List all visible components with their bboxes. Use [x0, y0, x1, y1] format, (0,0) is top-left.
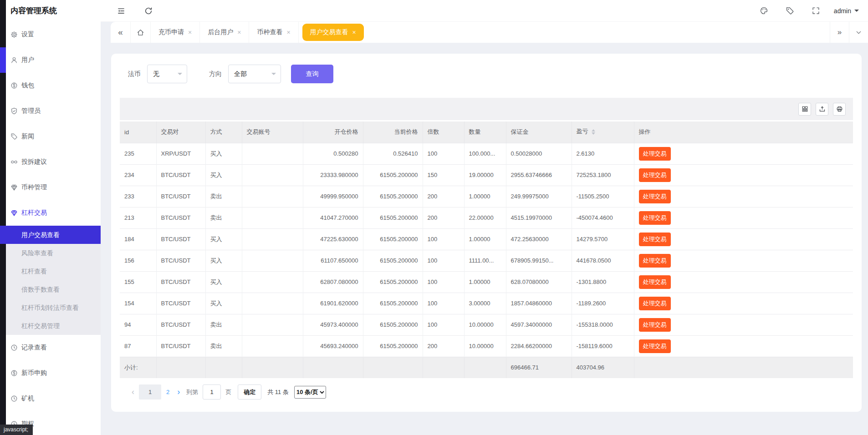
- cell: 45973.400000: [303, 314, 363, 335]
- fullscreen-icon[interactable]: [812, 6, 820, 15]
- theme-palette-icon[interactable]: [760, 6, 768, 15]
- export-button[interactable]: [816, 103, 828, 116]
- tab-0[interactable]: 充币申请×: [151, 22, 200, 43]
- close-icon[interactable]: ×: [352, 29, 356, 36]
- cell: 61505.200000: [363, 250, 423, 271]
- sidebar-item-1[interactable]: 用户: [6, 47, 101, 73]
- sidebar-item-label: 管理员: [21, 107, 41, 115]
- process-trade-button[interactable]: 处理交易: [639, 297, 671, 310]
- table-row: 156BTC/USDT买入61107.65000061505.200000100…: [120, 250, 853, 271]
- column-header-label: 交易对: [161, 128, 179, 135]
- sort-icon[interactable]: [592, 127, 595, 137]
- sidebar-item-10[interactable]: 矿机: [6, 386, 101, 411]
- footer-cell: 小计:: [120, 357, 156, 378]
- tag-icon: [10, 133, 18, 140]
- cell: 买入: [205, 143, 242, 164]
- print-button[interactable]: [833, 103, 846, 116]
- refresh-icon[interactable]: [144, 7, 153, 15]
- sidebar-subitem-3[interactable]: 倍数手数查看: [6, 280, 101, 298]
- sidebar-item-3[interactable]: 管理员: [6, 98, 101, 124]
- process-trade-button[interactable]: 处理交易: [639, 254, 671, 268]
- sidebar: 内容管理系统 设置用户钱包管理员新闻投拆建议币种管理杠杆交易用户交易查看风险率查…: [0, 0, 101, 435]
- sidebar-item-5[interactable]: 投拆建议: [6, 149, 101, 175]
- fiat-select[interactable]: 无: [147, 65, 187, 83]
- footer-cell: 696466.71: [506, 357, 572, 378]
- process-trade-button[interactable]: 处理交易: [639, 233, 671, 246]
- sidebar-item-9[interactable]: 新币申购: [6, 360, 101, 386]
- table-header-row: id交易对方式交易账号开仓价格当前价格倍数数量保证金盈亏操作: [120, 121, 853, 143]
- cell: BTC/USDT: [156, 164, 205, 186]
- table-row: 155BTC/USDT买入62807.08000061505.200000100…: [120, 271, 853, 293]
- sidebar-item-6[interactable]: 币种管理: [6, 175, 101, 200]
- prev-page-button[interactable]: ‹: [128, 387, 138, 397]
- process-trade-button[interactable]: 处理交易: [639, 318, 671, 332]
- next-page-button[interactable]: ›: [174, 387, 184, 397]
- direction-select[interactable]: 全部: [228, 65, 281, 83]
- cell: [242, 207, 303, 228]
- tabs-collapse-left-button[interactable]: «: [111, 22, 131, 43]
- process-trade-button[interactable]: 处理交易: [639, 275, 671, 289]
- cell: 2284.66200000: [506, 335, 572, 357]
- columns-toggle-button[interactable]: [798, 103, 811, 116]
- column-header-label: 开仓价格: [335, 128, 358, 135]
- sidebar-item-7[interactable]: 杠杆交易: [6, 200, 101, 226]
- sidebar-subitem-0[interactable]: 用户交易查看: [6, 226, 101, 244]
- column-header-label: 保证金: [511, 128, 529, 135]
- footer-cell: [205, 357, 242, 378]
- column-header-9[interactable]: 盈亏: [572, 121, 634, 143]
- sidebar-item-2[interactable]: 钱包: [6, 73, 101, 98]
- page-size-select[interactable]: 10 条/页: [294, 386, 326, 399]
- cell: 买入: [205, 228, 242, 250]
- cell: [242, 293, 303, 314]
- goto-suffix-label: 页: [225, 388, 231, 396]
- sidebar-subitem-4[interactable]: 杠杆币划转法币查看: [6, 298, 101, 317]
- process-trade-button[interactable]: 处理交易: [639, 211, 671, 225]
- sidebar-item-label: 新币申购: [21, 369, 47, 377]
- goto-page-input[interactable]: [203, 384, 221, 400]
- cell: [242, 228, 303, 250]
- main-area: admin « 充币申请×后台用户×币种查看×用户交易查看× » 法币: [101, 0, 868, 435]
- cell: -1301.8800: [572, 271, 634, 293]
- sidebar-subitem-5[interactable]: 杠杆交易管理: [6, 317, 101, 335]
- topbar-right: admin: [742, 6, 859, 15]
- tab-3[interactable]: 用户交易查看×: [302, 24, 364, 41]
- search-button[interactable]: 查询: [291, 65, 333, 83]
- column-header-10: 操作: [634, 121, 853, 143]
- page-button-1[interactable]: 1: [139, 384, 161, 400]
- sidebar-item-0[interactable]: 设置: [6, 22, 101, 47]
- process-trade-button[interactable]: 处理交易: [639, 190, 671, 203]
- column-header-0: id: [120, 121, 156, 143]
- cell: 100.000...: [464, 143, 506, 164]
- user-menu[interactable]: admin: [834, 7, 859, 15]
- sidebar-item-8[interactable]: 记录查看: [6, 335, 101, 360]
- close-icon[interactable]: ×: [237, 29, 241, 36]
- sidebar-item-label: 币种管理: [21, 183, 47, 192]
- cell: -11505.2500: [572, 186, 634, 207]
- sidebar-item-4[interactable]: 新闻: [6, 124, 101, 149]
- tabs-scroll-right-button[interactable]: »: [830, 22, 849, 43]
- sidebar-subitem-2[interactable]: 杠杆查看: [6, 262, 101, 280]
- sidebar-menu: 设置用户钱包管理员新闻投拆建议币种管理杠杆交易用户交易查看风险率查看杠杆查看倍数…: [6, 22, 101, 435]
- cell: -158119.6000: [572, 335, 634, 357]
- fold-menu-icon[interactable]: [117, 7, 125, 15]
- process-trade-button[interactable]: 处理交易: [639, 339, 671, 353]
- tab-1[interactable]: 后台用户×: [200, 22, 249, 43]
- home-tab-button[interactable]: [131, 22, 151, 43]
- pagination: ‹ 1 2 › 到第 页 确定 共 11 条 10 条/页: [120, 384, 853, 400]
- cell: 184: [120, 228, 156, 250]
- column-header-5: 当前价格: [363, 121, 423, 143]
- close-icon[interactable]: ×: [286, 29, 290, 36]
- cell: 买入: [205, 271, 242, 293]
- close-icon[interactable]: ×: [188, 29, 192, 36]
- confirm-button[interactable]: 确定: [238, 384, 261, 400]
- footer-cell: [156, 357, 205, 378]
- tabs-dropdown-button[interactable]: [849, 22, 868, 43]
- process-trade-button[interactable]: 处理交易: [639, 168, 671, 182]
- tag-icon[interactable]: [786, 6, 794, 15]
- process-trade-button[interactable]: 处理交易: [639, 147, 671, 161]
- tab-label: 后台用户: [208, 28, 233, 36]
- sidebar-subitem-1[interactable]: 风险率查看: [6, 244, 101, 262]
- tab-2[interactable]: 币种查看×: [249, 22, 298, 43]
- page-button-2[interactable]: 2: [162, 389, 174, 395]
- cell: 1.00000: [464, 271, 506, 293]
